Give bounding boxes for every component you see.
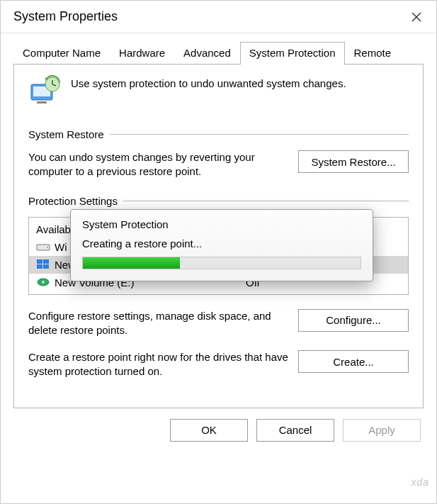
window-title: System Properties	[13, 9, 118, 24]
dialog-footer: OK Cancel Apply	[1, 409, 436, 452]
cancel-button[interactable]: Cancel	[256, 419, 334, 442]
drive-hdd-icon	[36, 276, 50, 288]
progress-dialog-message: Creating a restore point...	[71, 235, 373, 254]
apply-button: Apply	[343, 419, 421, 442]
svg-rect-4	[37, 101, 47, 103]
svg-rect-12	[43, 259, 49, 264]
intro-text: Use system protection to undo unwanted s…	[71, 77, 346, 89]
svg-point-10	[47, 247, 48, 248]
svg-point-16	[42, 281, 45, 284]
restore-description: You can undo system changes by reverting…	[28, 150, 288, 179]
create-button[interactable]: Create...	[298, 350, 409, 373]
svg-rect-13	[37, 264, 42, 269]
section-divider	[110, 134, 409, 135]
section-title-restore: System Restore	[28, 128, 104, 140]
tab-remote[interactable]: Remote	[345, 42, 401, 65]
progress-dialog-title: System Protection	[71, 210, 373, 235]
tab-system-protection[interactable]: System Protection	[240, 42, 345, 65]
ok-button[interactable]: OK	[170, 419, 248, 442]
watermark: xda	[411, 476, 429, 488]
progress-dialog: System Protection Creating a restore poi…	[70, 209, 373, 281]
svg-rect-11	[37, 259, 42, 264]
drive-generic-icon	[36, 241, 50, 252]
drive-windows-icon	[36, 259, 50, 270]
progress-bar	[82, 257, 361, 269]
tab-hardware[interactable]: Hardware	[110, 42, 174, 65]
section-title-protection: Protection Settings	[28, 195, 118, 207]
tab-advanced[interactable]: Advanced	[174, 42, 240, 65]
close-button[interactable]	[405, 6, 428, 28]
svg-rect-14	[43, 264, 49, 269]
intro-row: Use system protection to undo unwanted s…	[28, 74, 409, 108]
configure-button[interactable]: Configure...	[298, 309, 409, 332]
configure-description: Configure restore settings, manage disk …	[28, 309, 288, 338]
close-icon	[412, 12, 421, 22]
create-description: Create a restore point right now for the…	[28, 350, 288, 379]
titlebar: System Properties	[1, 1, 436, 33]
progress-bar-fill	[83, 257, 180, 269]
section-system-restore: System Restore You can undo system chang…	[28, 128, 409, 179]
tab-computer-name[interactable]: Computer Name	[13, 42, 110, 65]
tab-strip: Computer Name Hardware Advanced System P…	[1, 33, 436, 65]
section-divider	[123, 201, 409, 201]
system-restore-icon	[28, 74, 62, 108]
system-restore-button[interactable]: System Restore...	[298, 150, 409, 173]
